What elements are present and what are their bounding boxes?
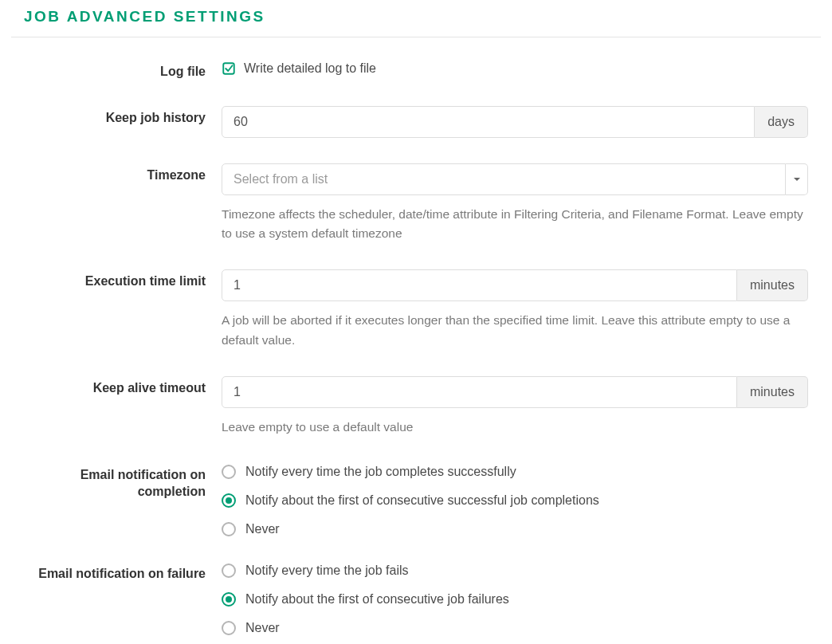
email-complete-option-0[interactable]: Notify every time the job completes succ… [222, 465, 808, 479]
timezone-help: Timezone affects the scheduler, date/tim… [222, 205, 808, 245]
timezone-select[interactable]: Select from a list [222, 163, 808, 195]
section-title: JOB ADVANCED SETTINGS [24, 8, 821, 37]
radio-icon [222, 465, 236, 479]
chevron-down-icon [786, 163, 808, 195]
row-exec-limit: Execution time limit minutes A job will … [11, 269, 821, 351]
label-exec-limit: Execution time limit [11, 269, 222, 290]
label-keep-history: Keep job history [11, 106, 222, 127]
radio-icon [222, 493, 236, 508]
checkbox-checked-icon [222, 61, 236, 76]
email-failure-option-0[interactable]: Notify every time the job fails [222, 564, 808, 578]
radio-label: Never [245, 621, 280, 635]
section-divider [11, 37, 821, 37]
label-email-complete: Email notification on completion [11, 463, 222, 501]
svg-rect-0 [223, 63, 234, 74]
email-complete-radio-group: Notify every time the job completes succ… [222, 463, 808, 536]
row-email-failure: Email notification on failure Notify eve… [11, 562, 821, 635]
exec-limit-unit: minutes [737, 269, 808, 301]
row-email-complete: Email notification on completion Notify … [11, 463, 821, 536]
exec-limit-help: A job will be aborted if it executes lon… [222, 311, 808, 351]
email-failure-radio-group: Notify every time the job failsNotify ab… [222, 562, 808, 635]
email-complete-option-1[interactable]: Notify about the first of consecutive su… [222, 493, 808, 508]
radio-label: Never [245, 522, 280, 536]
keep-history-input[interactable] [222, 106, 755, 138]
row-keep-alive: Keep alive timeout minutes Leave empty t… [11, 376, 821, 438]
radio-icon [222, 621, 236, 635]
keep-history-unit: days [755, 106, 808, 138]
log-file-checkbox[interactable]: Write detailed log to file [222, 60, 808, 76]
keep-alive-unit: minutes [737, 376, 808, 408]
log-file-label: Write detailed log to file [244, 61, 376, 76]
email-failure-option-2[interactable]: Never [222, 621, 808, 635]
radio-label: Notify every time the job fails [245, 564, 409, 578]
radio-icon [222, 522, 236, 536]
radio-label: Notify about the first of consecutive jo… [245, 592, 509, 607]
radio-icon [222, 564, 236, 578]
keep-alive-help: Leave empty to use a default value [222, 418, 808, 438]
row-keep-history: Keep job history days [11, 106, 821, 138]
email-failure-option-1[interactable]: Notify about the first of consecutive jo… [222, 592, 808, 607]
row-log-file: Log file Write detailed log to file [11, 60, 821, 80]
radio-icon [222, 592, 236, 607]
keep-alive-input[interactable] [222, 376, 737, 408]
label-timezone: Timezone [11, 163, 222, 184]
radio-label: Notify about the first of consecutive su… [245, 493, 599, 508]
label-log-file: Log file [11, 60, 222, 80]
timezone-placeholder: Select from a list [222, 163, 786, 195]
label-keep-alive: Keep alive timeout [11, 376, 222, 397]
label-email-failure: Email notification on failure [11, 562, 222, 583]
row-timezone: Timezone Select from a list Timezone aff… [11, 163, 821, 245]
radio-label: Notify every time the job completes succ… [245, 465, 516, 479]
exec-limit-input[interactable] [222, 269, 737, 301]
email-complete-option-2[interactable]: Never [222, 522, 808, 536]
